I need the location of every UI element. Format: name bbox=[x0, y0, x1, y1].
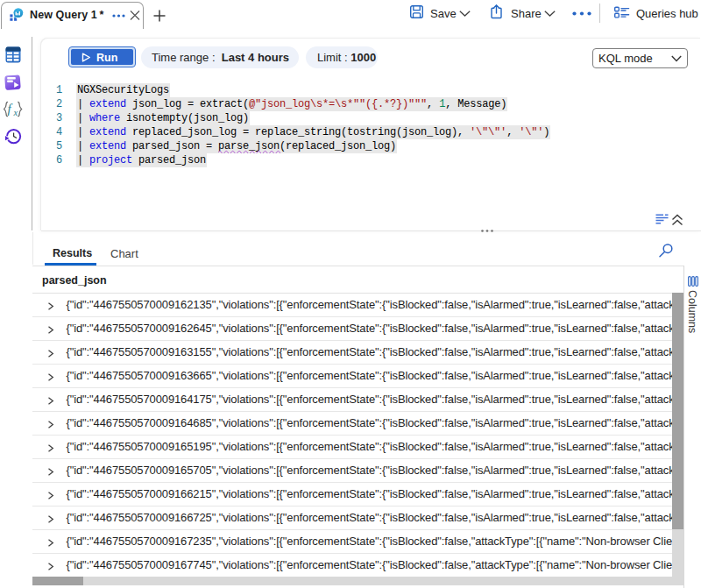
svg-text:f: f bbox=[8, 102, 13, 116]
svg-text:x: x bbox=[13, 108, 18, 117]
